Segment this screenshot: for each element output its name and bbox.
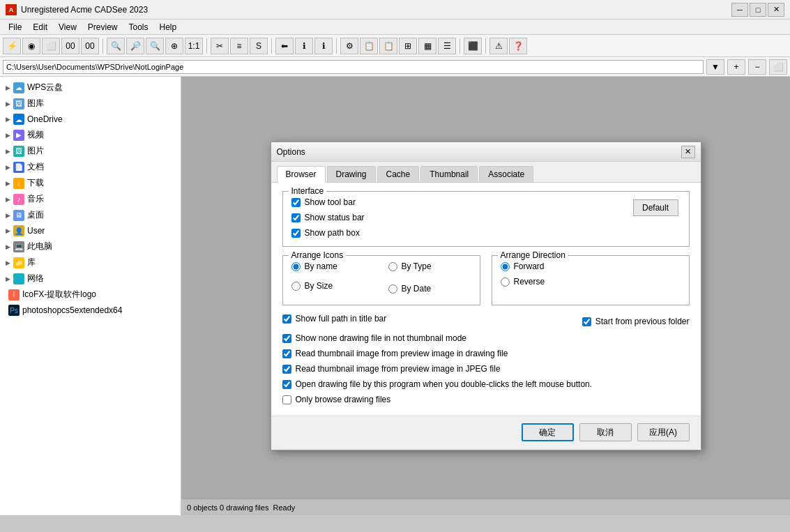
toolbar-btn-17[interactable]: ⚙ bbox=[340, 38, 358, 54]
zoom-in-btn[interactable]: + bbox=[727, 59, 745, 75]
radio-by-date-input[interactable] bbox=[388, 284, 397, 294]
close-button[interactable]: ✕ bbox=[768, 3, 784, 17]
radio-by-type: By Type bbox=[388, 261, 471, 271]
cancel-button[interactable]: 取消 bbox=[579, 423, 632, 441]
menu-help[interactable]: Help bbox=[154, 21, 183, 33]
address-bar: ▼ + − ⬜ bbox=[0, 57, 790, 77]
check-only-browse-input[interactable] bbox=[282, 395, 291, 404]
sidebar-item-network[interactable]: ▶ 🌐 网络 bbox=[0, 271, 181, 287]
radio-reverse-input[interactable] bbox=[501, 278, 510, 287]
arrange-direction-box: Arrange Direction Forward Reverse bbox=[492, 255, 690, 305]
toolbar-btn-16[interactable]: ℹ bbox=[314, 38, 333, 54]
check-start-prev-folder: Start from previous folder bbox=[582, 314, 690, 329]
extra-check-row-1: Show full path in title bar Start from p… bbox=[282, 314, 690, 329]
arrange-direction-title: Arrange Direction bbox=[498, 250, 568, 260]
toolbar-btn-19[interactable]: 📋 bbox=[379, 38, 397, 54]
sidebar-item-wps[interactable]: ▶ ☁ WPS云盘 bbox=[0, 79, 181, 96]
sidebar-item-user[interactable]: ▶ 👤 User bbox=[0, 223, 181, 238]
expand-arrow: ▶ bbox=[6, 84, 10, 91]
default-button[interactable]: Default bbox=[633, 199, 678, 216]
toolbar-btn-22[interactable]: ☰ bbox=[438, 38, 456, 54]
radio-by-size-input[interactable] bbox=[291, 282, 301, 291]
check-open-drawing-dbl-input[interactable] bbox=[282, 380, 291, 389]
radio-by-type-input[interactable] bbox=[388, 262, 397, 271]
toolbar-btn-20[interactable]: ⊞ bbox=[399, 38, 417, 54]
toolbar-btn-9[interactable]: ⊕ bbox=[165, 38, 183, 54]
check-open-drawing-dbl: Open drawing file by this program when y… bbox=[282, 379, 690, 389]
toolbar-btn-21[interactable]: ▦ bbox=[418, 38, 436, 54]
tab-drawing[interactable]: Drawing bbox=[327, 166, 376, 182]
toolbar-btn-23[interactable]: ⬛ bbox=[464, 38, 482, 54]
radio-by-size: By Size bbox=[291, 281, 374, 291]
expand-arrow-10: ▶ bbox=[6, 227, 10, 234]
toolbar-btn-10[interactable]: 1:1 bbox=[185, 38, 203, 54]
sidebar-item-downloads[interactable]: ▶ ↓ 下载 bbox=[0, 175, 181, 191]
sidebar-item-gallery[interactable]: ▶ 🖼 图库 bbox=[0, 96, 181, 112]
toolbar-btn-18[interactable]: 📋 bbox=[360, 38, 378, 54]
sidebar-item-video[interactable]: ▶ ▶ 视频 bbox=[0, 127, 181, 143]
tab-cache[interactable]: Cache bbox=[377, 166, 420, 182]
checkbox-statusbar-label: Show status bar bbox=[305, 213, 365, 222]
toolbar-sep-4 bbox=[336, 38, 337, 54]
maximize-button[interactable]: □ bbox=[750, 3, 766, 17]
menu-preview[interactable]: Preview bbox=[82, 21, 123, 33]
radio-by-name-input[interactable] bbox=[291, 262, 301, 271]
checkbox-toolbar-input[interactable] bbox=[291, 198, 301, 207]
toolbar-btn-12[interactable]: ≡ bbox=[230, 38, 248, 54]
sidebar-item-music[interactable]: ▶ ♪ 音乐 bbox=[0, 191, 181, 207]
toolbar-btn-13[interactable]: S bbox=[250, 38, 268, 54]
sidebar-item-ps[interactable]: Ps photoshopcs5extendedx64 bbox=[0, 303, 181, 318]
toolbar-btn-11[interactable]: ✂ bbox=[211, 38, 229, 54]
zoom-out-btn[interactable]: − bbox=[748, 59, 766, 75]
sidebar-item-onedrive[interactable]: ▶ ☁ OneDrive bbox=[0, 112, 181, 127]
menu-tools[interactable]: Tools bbox=[123, 21, 154, 33]
check-start-prev-folder-input[interactable] bbox=[582, 317, 591, 326]
toolbar-btn-3[interactable]: ⬜ bbox=[42, 38, 60, 54]
check-read-thumbnail-drawing-input[interactable] bbox=[282, 349, 291, 358]
tab-bar: Browser Drawing Cache Thumbnail Associat… bbox=[271, 162, 701, 183]
zoom-reset-btn[interactable]: ⬜ bbox=[769, 59, 787, 75]
toolbar-btn-6[interactable]: 🔍 bbox=[107, 38, 125, 54]
check-full-path-input[interactable] bbox=[282, 314, 291, 324]
toolbar-btn-5[interactable]: 00 bbox=[81, 38, 99, 54]
checkbox-statusbar-input[interactable] bbox=[291, 213, 301, 222]
sidebar-item-desktop[interactable]: ▶ 🖥 桌面 bbox=[0, 207, 181, 223]
address-go-btn[interactable]: ▼ bbox=[706, 59, 724, 75]
minimize-button[interactable]: ─ bbox=[731, 3, 748, 17]
dialog-close-button[interactable]: ✕ bbox=[681, 146, 695, 158]
check-show-none-drawing-input[interactable] bbox=[282, 334, 291, 343]
toolbar-btn-1[interactable]: ⚡ bbox=[3, 38, 21, 54]
sidebar-label-network: 网络 bbox=[27, 273, 44, 284]
radio-forward-label: Forward bbox=[514, 261, 545, 271]
sidebar-item-library[interactable]: ▶ 📁 库 bbox=[0, 254, 181, 271]
check-read-thumbnail-jpeg-input[interactable] bbox=[282, 365, 291, 374]
checkbox-show-toolbar: Show tool bar bbox=[291, 197, 681, 207]
tab-associate[interactable]: Associate bbox=[479, 166, 533, 182]
toolbar-btn-8[interactable]: 🔍 bbox=[146, 38, 164, 54]
toolbar-btn-14[interactable]: ⬅ bbox=[275, 38, 294, 54]
sidebar-item-icofx[interactable]: I IcoFX-提取软件logo bbox=[0, 287, 181, 303]
radio-forward-input[interactable] bbox=[501, 262, 510, 271]
toolbar-btn-24[interactable]: ⚠ bbox=[489, 38, 508, 54]
apply-button[interactable]: 应用(A) bbox=[637, 423, 690, 441]
sidebar-item-computer[interactable]: ▶ 💻 此电脑 bbox=[0, 238, 181, 254]
toolbar-btn-7[interactable]: 🔎 bbox=[126, 38, 144, 54]
toolbar-btn-15[interactable]: ℹ bbox=[295, 38, 313, 54]
sidebar-item-images[interactable]: ▶ 🖼 图片 bbox=[0, 143, 181, 159]
confirm-button[interactable]: 确定 bbox=[522, 423, 574, 441]
expand-arrow-8: ▶ bbox=[6, 196, 10, 203]
dialog-title-bar: Options ✕ bbox=[271, 142, 701, 162]
image-icon: 🖼 bbox=[13, 146, 24, 157]
toolbar-btn-25[interactable]: ❓ bbox=[509, 38, 527, 54]
toolbar-btn-4[interactable]: 00 bbox=[61, 38, 79, 54]
checkbox-show-pathbox: Show path box bbox=[291, 228, 681, 238]
checkbox-pathbox-input[interactable] bbox=[291, 229, 301, 238]
menu-edit[interactable]: Edit bbox=[27, 21, 53, 33]
sidebar-item-docs[interactable]: ▶ 📄 文档 bbox=[0, 159, 181, 175]
menu-view[interactable]: View bbox=[53, 21, 82, 33]
tab-browser[interactable]: Browser bbox=[277, 166, 326, 183]
address-input[interactable] bbox=[3, 60, 704, 74]
tab-thumbnail[interactable]: Thumbnail bbox=[420, 166, 478, 182]
toolbar-btn-2[interactable]: ◉ bbox=[22, 38, 40, 54]
menu-file[interactable]: File bbox=[3, 21, 27, 33]
